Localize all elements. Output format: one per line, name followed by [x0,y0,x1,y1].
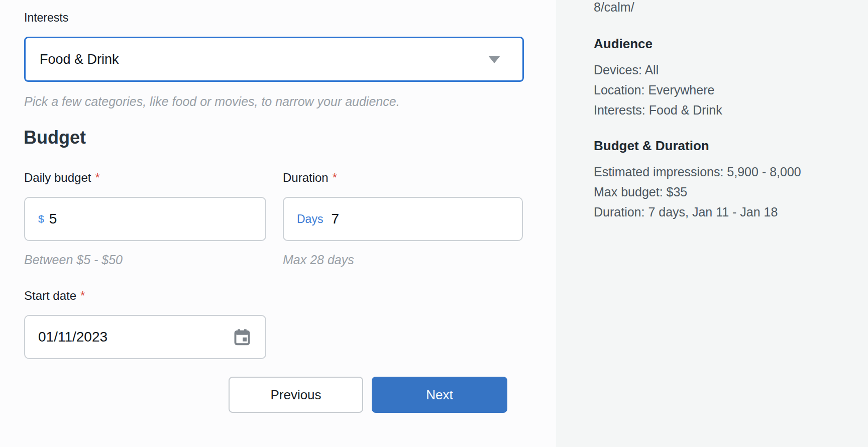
start-date-label: Start date* [24,289,85,303]
required-asterisk: * [95,171,99,184]
days-prefix: Days [297,212,323,226]
summary-line-max-budget: Max budget: $35 [594,182,801,202]
interests-helper-text: Pick a few categories, like food or movi… [24,94,400,109]
summary-line-duration: Duration: 7 days, Jan 11 - Jan 18 [594,202,801,222]
currency-prefix: $ [38,213,44,225]
start-date-input[interactable]: 01/11/2023 [24,315,266,359]
daily-budget-input[interactable]: $ 5 [24,197,266,241]
budget-section-heading: Budget [24,127,86,148]
calendar-icon[interactable] [233,328,251,346]
duration-label: Duration* [283,171,337,185]
summary-line-interests: Interests: Food & Drink [594,100,722,120]
required-asterisk: * [333,171,337,184]
summary-section-audience: Audience Devices: All Location: Everywhe… [594,36,722,120]
summary-line-impressions: Estimated impressions: 5,900 - 8,000 [594,162,801,182]
daily-budget-helper-text: Between $5 - $50 [24,253,123,267]
summary-line-location: Location: Everywhere [594,80,722,100]
page: Interests Food & Drink Pick a few catego… [0,0,868,447]
summary-line-devices: Devices: All [594,60,722,80]
next-button[interactable]: Next [372,377,507,413]
daily-budget-value: 5 [49,211,57,227]
campaign-summary-sidebar: 8/calm/ Audience Devices: All Location: … [556,0,868,447]
daily-budget-label: Daily budget* [24,171,100,185]
interests-select-value: Food & Drink [40,52,119,67]
duration-value: 7 [331,211,339,227]
duration-input[interactable]: Days 7 [283,197,523,241]
interests-select[interactable]: Food & Drink [24,37,524,82]
previous-button[interactable]: Previous [229,377,363,413]
summary-section-budget-duration: Budget & Duration Estimated impressions:… [594,138,801,222]
target-url-fragment: 8/calm/ [594,0,634,15]
campaign-form: Interests Food & Drink Pick a few catego… [0,0,556,447]
budget-duration-heading: Budget & Duration [594,138,801,154]
interests-label: Interests [24,11,68,25]
required-asterisk: * [80,289,85,302]
start-date-value: 01/11/2023 [38,329,107,345]
audience-heading: Audience [594,36,722,52]
duration-helper-text: Max 28 days [283,253,354,267]
chevron-down-icon [488,56,500,63]
